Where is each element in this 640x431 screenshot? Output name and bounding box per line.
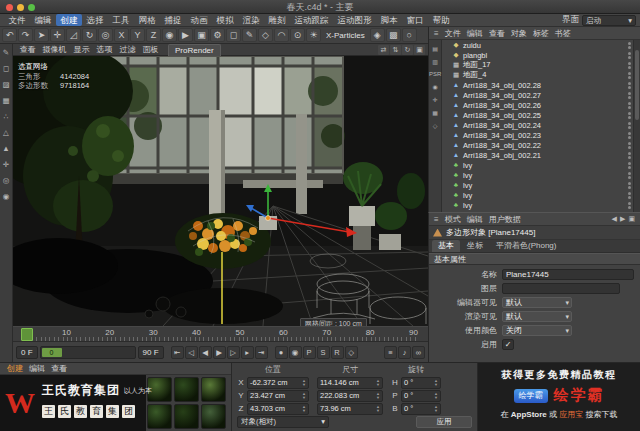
attribute-tab[interactable]: 基本 [432,240,460,252]
editor-visibility-dot[interactable] [628,112,631,115]
viewport-menu-item[interactable]: 查看 [16,44,39,55]
render-visibility-dot[interactable] [628,166,631,169]
layout-select[interactable]: 启动 ▾ [582,15,636,26]
render-visibility-dot[interactable] [628,66,631,69]
autokey-icon[interactable]: ◉ [289,346,302,359]
last-tool-icon[interactable]: ◎ [98,28,113,42]
editor-visibility-dot[interactable] [628,132,631,135]
key-position-icon[interactable]: P [303,346,316,359]
attribute-field[interactable] [502,283,620,294]
om-misc-icon[interactable]: ◇ [429,122,441,129]
render-visibility-dot[interactable] [628,136,631,139]
editor-visibility-dot[interactable] [628,202,631,205]
previous-frame-icon[interactable]: ◀ [199,346,212,359]
key-rotation-icon[interactable]: R [331,346,344,359]
menu-item[interactable]: 运动图形 [333,14,376,26]
workplane-icon[interactable]: ▦ [1,95,12,106]
material-menu-item[interactable]: 创建 [4,363,26,374]
render-visibility-dot[interactable] [628,116,631,119]
stepper-icon[interactable]: ▲▼ [434,392,438,399]
editor-visibility-dot[interactable] [628,82,631,85]
render-visibility-dot[interactable] [628,56,631,59]
pan-view-icon[interactable]: ⇄ [378,45,389,55]
next-key-icon[interactable]: ▸ [241,346,254,359]
render-visibility-dot[interactable] [628,76,631,79]
editor-visibility-dot[interactable] [628,62,631,65]
points-mode-icon[interactable]: ∴ [1,111,12,122]
viewport[interactable]: 查看摄像机显示选项过滤面板 ProRender ⇄⇅↻▣ [13,44,428,326]
goto-start-icon[interactable]: ⇤ [171,346,184,359]
texture-mode-icon[interactable]: ▨ [1,79,12,90]
key-scale-icon[interactable]: S [317,346,330,359]
current-frame-field[interactable]: 0 F [16,346,38,359]
object-tree-item[interactable]: ▲ Arri188_34_obj_002.27 [442,90,633,100]
lock-y-axis-icon[interactable]: Y [130,28,145,42]
key-parameter-icon[interactable]: ◇ [345,346,358,359]
object-tree-item[interactable]: ♣ lvy [442,180,633,190]
frame-slider-knob[interactable]: 0 [42,348,62,357]
position-field[interactable]: -62.372 cm ▲▼ [247,377,309,389]
object-tree-item[interactable]: ◆ plangbl [442,50,633,60]
attribute-menu-item[interactable]: 模式 [442,214,464,225]
add-camera-icon[interactable]: ⊙ [290,28,305,42]
object-tree-item[interactable]: ▲ Arri188_34_obj_002.24 [442,120,633,130]
object-tree-item[interactable]: ♣ lvy [442,200,633,210]
attribute-field[interactable]: ✓ [502,339,514,350]
render-visibility-dot[interactable] [628,146,631,149]
viewport-menu-item[interactable]: 面板 [139,44,162,55]
render-visibility-dot[interactable] [628,156,631,159]
material-menu-item[interactable]: 编辑 [26,363,48,374]
xparticles-menu[interactable]: X-Particles [321,31,370,40]
lock-z-axis-icon[interactable]: Z [146,28,161,42]
render-visibility-dot[interactable] [628,86,631,89]
menu-item[interactable]: 选择 [82,14,108,26]
material-thumbnail[interactable] [147,404,172,429]
title-bar[interactable]: 春天.c4d * - 主要 [0,0,640,14]
toggle-layout-icon[interactable]: ▣ [414,45,425,55]
editor-visibility-dot[interactable] [628,92,631,95]
interface-menu[interactable]: 界面 [562,14,579,26]
timeline-scrubber[interactable] [21,328,33,341]
history-forward-icon[interactable]: ▶ [620,215,625,223]
rotation-field[interactable]: 0 ° ▲▼ [401,377,441,389]
volume-menu-icon[interactable]: ▩ [386,28,401,42]
render-visibility-dot[interactable] [628,176,631,179]
menu-item[interactable]: 雕刻 [264,14,290,26]
live-selection-icon[interactable]: ➤ [34,28,49,42]
object-manager-menu-item[interactable]: 书签 [552,28,574,39]
history-back-icon[interactable]: ◀ [612,215,617,223]
menu-item[interactable]: 模拟 [212,14,238,26]
render-visibility-dot[interactable] [628,126,631,129]
move-tool-icon[interactable]: ✛ [50,28,65,42]
render-visibility-dot[interactable] [628,206,631,209]
render-visibility-dot[interactable] [628,196,631,199]
object-tree-item[interactable]: ♣ lvy [442,170,633,180]
previous-key-icon[interactable]: ◁ [185,346,198,359]
attribute-menu-item[interactable]: 编辑 [464,214,486,225]
material-thumbnail[interactable] [201,377,226,402]
timeline-ruler[interactable]: 0102030405060708090 [13,326,428,342]
object-manager-menu-item[interactable]: 标签 [530,28,552,39]
menu-item[interactable]: 动画 [186,14,212,26]
lock-panel-icon[interactable]: ▣ [628,215,635,223]
viewport-filter-icon[interactable]: ◎ [1,175,12,186]
add-deformer-icon[interactable]: ◠ [274,28,289,42]
simulate-menu-icon[interactable]: ◈ [370,28,385,42]
object-manager-menu-item[interactable]: 编辑 [464,28,486,39]
scale-tool-icon[interactable]: ◿ [66,28,81,42]
om-axis-icon[interactable]: ✛ [429,96,441,103]
object-tree-item[interactable]: ▲ Arri188_34_obj_002.21 [442,150,633,160]
rotation-field[interactable]: 0 ° ▲▼ [401,390,441,402]
object-tree-item[interactable]: ▦ 地面_4 [442,70,633,80]
object-tree-scrollbar[interactable] [633,40,640,212]
render-visibility-dot[interactable] [628,186,631,189]
panel-menu-icon[interactable]: ≡ [431,29,442,38]
menu-item[interactable]: 捕捉 [160,14,186,26]
frame-range-slider[interactable]: 0 [40,346,136,359]
object-tree-item[interactable]: ▲ Arri188_34_obj_002.28 [442,80,633,90]
object-tree-item[interactable]: ▲ Arri188_34_obj_002.23 [442,130,633,140]
lock-x-axis-icon[interactable]: X [114,28,129,42]
editor-visibility-dot[interactable] [628,182,631,185]
size-field[interactable]: 222.083 cm ▲▼ [317,390,383,402]
position-field[interactable]: 43.703 cm ▲▼ [247,403,309,415]
